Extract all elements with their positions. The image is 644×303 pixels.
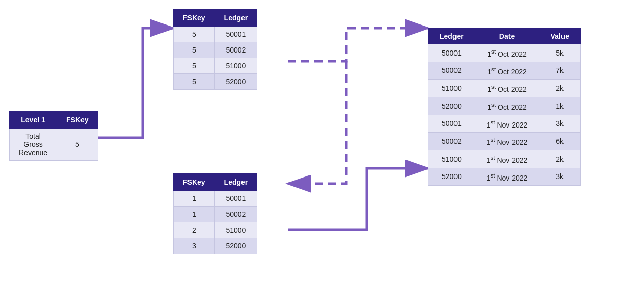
table-row: 520001st Nov 20223k: [428, 168, 581, 186]
table-cell: 1st Nov 2022: [475, 150, 539, 168]
table-cell: 2k: [539, 150, 581, 168]
table-cell: 1st Oct 2022: [475, 62, 539, 80]
table-cell: 1st Nov 2022: [475, 133, 539, 150]
table-row: 500021st Nov 20226k: [428, 133, 581, 150]
table-cell: 51000: [428, 80, 475, 97]
col-ledger-midtop: Ledger: [214, 10, 257, 27]
cell-fskey-value: 5: [57, 129, 98, 161]
table-cell: 5: [174, 58, 215, 74]
table-fskey-ledger-top: FSKey Ledger 550001550002551000552000: [173, 9, 257, 90]
table-row: 500011st Nov 20223k: [428, 115, 581, 133]
table-row: 500011st Oct 20225k: [428, 44, 581, 62]
table-row: 550002: [174, 42, 257, 58]
table-cell: 3: [174, 238, 215, 254]
table-cell: 5k: [539, 44, 581, 62]
table-cell: 1st Nov 2022: [475, 168, 539, 186]
col-fskey-left: FSKey: [57, 112, 98, 129]
arrow-left-to-midtop: [89, 28, 173, 138]
table-cell: 2k: [539, 80, 581, 97]
table-cell: 1: [174, 207, 215, 222]
table-cell: 1st Nov 2022: [475, 115, 539, 133]
table-row: 150001: [174, 191, 257, 207]
table-row: 552000: [174, 74, 257, 90]
table-cell: 3k: [539, 168, 581, 186]
table-cell: 3k: [539, 115, 581, 133]
table-row: 510001st Nov 20222k: [428, 150, 581, 168]
table-row: 551000: [174, 58, 257, 74]
cell-level1-value: Total Gross Revenue: [10, 129, 57, 161]
table-cell: 52000: [428, 97, 475, 115]
table-cell: 6k: [539, 133, 581, 150]
main-canvas: Level 1 FSKey Total Gross Revenue 5 FSKe…: [0, 0, 644, 303]
table-cell: 52000: [214, 74, 257, 90]
arrow-midtop-to-right: [288, 28, 428, 61]
table-ledger-date-value: Ledger Date Value 500011st Oct 20225k500…: [428, 28, 581, 186]
table-cell: 50001: [214, 191, 257, 207]
table-row: 520001st Oct 20221k: [428, 97, 581, 115]
table-fskey-ledger-bot: FSKey Ledger 150001150002251000352000: [173, 173, 257, 254]
arrow-midbot-to-right: [288, 168, 428, 230]
table-cell: 1st Oct 2022: [475, 80, 539, 97]
table-row: 550001: [174, 27, 257, 42]
table-row: 500021st Oct 20227k: [428, 62, 581, 80]
col-ledger-midbot: Ledger: [214, 174, 257, 191]
col-value-right: Value: [539, 29, 581, 44]
table-row: 150002: [174, 207, 257, 222]
table-cell: 50001: [428, 44, 475, 62]
table-cell: 5: [174, 42, 215, 58]
table-cell: 5: [174, 27, 215, 42]
table-cell: 52000: [214, 238, 257, 254]
table-cell: 1st Oct 2022: [475, 97, 539, 115]
table-cell: 1k: [539, 97, 581, 115]
arrow-midtop-to-midbot: [288, 61, 346, 184]
col-level1: Level 1: [10, 112, 57, 129]
col-fskey-midtop: FSKey: [174, 10, 215, 27]
table-cell: 50002: [428, 133, 475, 150]
table-cell: 5: [174, 74, 215, 90]
table-row: 251000: [174, 222, 257, 238]
table-cell: 51000: [214, 58, 257, 74]
table-cell: 50001: [428, 115, 475, 133]
table-cell: 1: [174, 191, 215, 207]
table-cell: 1st Oct 2022: [475, 44, 539, 62]
col-fskey-midbot: FSKey: [174, 174, 215, 191]
table-row: 510001st Oct 20222k: [428, 80, 581, 97]
col-date-right: Date: [475, 29, 539, 44]
table-cell: 50001: [214, 27, 257, 42]
table-row: Total Gross Revenue 5: [10, 129, 98, 161]
table-level1-fskey: Level 1 FSKey Total Gross Revenue 5: [9, 111, 98, 161]
table-cell: 7k: [539, 62, 581, 80]
table-row: 352000: [174, 238, 257, 254]
table-cell: 51000: [214, 222, 257, 238]
table-cell: 50002: [214, 207, 257, 222]
table-cell: 50002: [214, 42, 257, 58]
col-ledger-right: Ledger: [428, 29, 475, 44]
table-cell: 51000: [428, 150, 475, 168]
table-cell: 50002: [428, 62, 475, 80]
table-cell: 52000: [428, 168, 475, 186]
table-cell: 2: [174, 222, 215, 238]
